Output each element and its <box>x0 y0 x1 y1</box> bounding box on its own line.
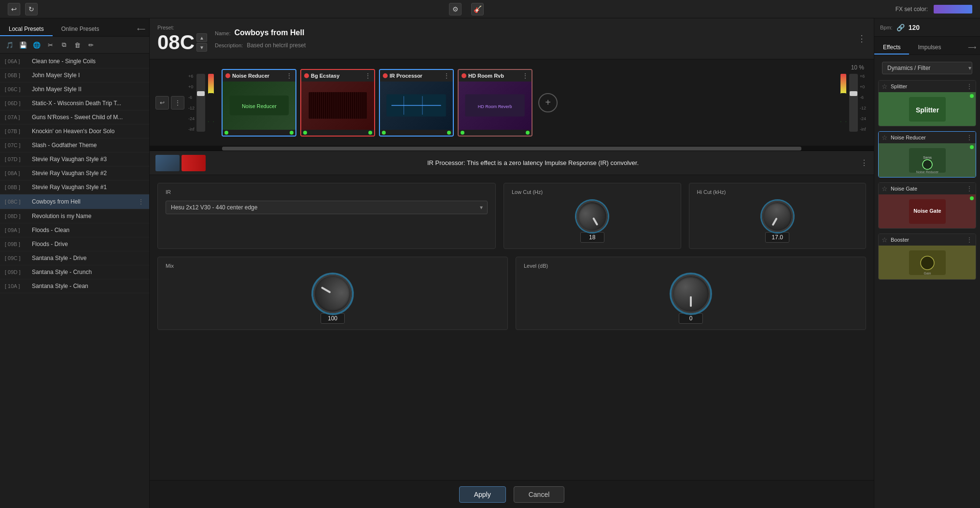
list-item-name: Santana Style - Crunch <box>32 269 144 275</box>
tab-impulses[interactable]: Impulses <box>909 41 950 55</box>
list-item-id: [ 06B ] <box>5 72 28 78</box>
fader-track-right[interactable] <box>849 74 858 132</box>
sidebar-collapse-btn[interactable]: ⟵ <box>133 22 149 36</box>
list-item-09b[interactable]: [ 09B ] Floods - Drive <box>0 237 149 251</box>
fader-thumb-right[interactable] <box>850 91 857 96</box>
list-item-id: [ 09A ] <box>5 227 28 233</box>
filter-dropdown[interactable]: Dynamics / Filter <box>882 62 972 74</box>
list-item-09c[interactable]: [ 09C ] Santana Style - Drive <box>0 251 149 265</box>
svg-point-17 <box>921 256 934 270</box>
fader-thumb-left[interactable] <box>197 91 205 96</box>
fx-node-noise-reducer[interactable]: Noise Reducer ⋮ Noise Reducer <box>222 69 296 137</box>
fx-connector-out-bg-ecstasy[interactable] <box>368 131 372 135</box>
fx-node-bg-ecstasy[interactable]: Bg Ecstasy ⋮ <box>300 69 375 137</box>
add-fx-btn[interactable]: + <box>538 93 558 112</box>
preset-tool-5[interactable]: ⧉ <box>58 39 70 51</box>
star-splitter[interactable]: ☆ <box>882 82 888 90</box>
fx-connector-out-noise-reducer[interactable] <box>290 131 294 135</box>
cancel-button[interactable]: Cancel <box>514 486 565 503</box>
splitter-menu[interactable]: ⋮ <box>966 82 973 90</box>
list-item-08d[interactable]: [ 08D ] Revolution is my Name <box>0 209 149 223</box>
booster-menu[interactable]: ⋮ <box>966 236 973 244</box>
fx-node-menu-hd-room-rvb[interactable]: ⋮ <box>522 72 529 80</box>
effect-card-booster[interactable]: ☆ Booster ⋮ Gain <box>878 233 976 280</box>
list-item-08a[interactable]: [ 08A ] Stevie Ray Vaughan Style #2 <box>0 166 149 180</box>
list-item-name: Cowboys from Hell <box>32 198 134 205</box>
level-knob[interactable] <box>672 275 710 313</box>
tool-icon[interactable]: ⚙ <box>449 3 462 15</box>
mix-knob[interactable] <box>306 267 359 320</box>
list-item-06c[interactable]: [ 06C ] John Mayer Style II <box>0 82 149 96</box>
list-item-07d[interactable]: [ 07D ] Stevie Ray Vaughan Style #3 <box>0 152 149 166</box>
preset-up-arrow[interactable]: ▲ <box>196 33 207 42</box>
list-item-10a[interactable]: [ 10A ] Santana Style - Clean <box>0 279 149 293</box>
fader-track-left[interactable] <box>196 74 205 132</box>
list-item-name: Guns N'Roses - Sweet Child of M... <box>32 114 144 121</box>
right-sidebar-collapse-btn[interactable]: ⟶ <box>964 40 980 55</box>
guitar-icon[interactable]: 🎸 <box>471 3 484 15</box>
forward-btn[interactable]: ↻ <box>25 3 38 15</box>
fx-connector-out-hd-room-rvb[interactable] <box>526 131 530 135</box>
splitter-enabled-dot <box>970 94 974 98</box>
chain-undo-btn[interactable]: ↩ <box>155 96 169 110</box>
tab-effects[interactable]: Effects <box>874 41 909 55</box>
effect-editor-menu-btn[interactable]: ⋮ <box>860 158 868 167</box>
tab-local-presets[interactable]: Local Presets <box>0 23 53 36</box>
list-item-09a[interactable]: [ 09A ] Floods - Clean <box>0 223 149 237</box>
noise-gate-menu[interactable]: ⋮ <box>966 185 973 192</box>
fx-node-hd-room-rvb[interactable]: HD Room Rvb ⋮ HD Room Reverb <box>458 69 532 137</box>
effect-card-noise-reducer[interactable]: ☆ Noise Reducer ⋮ Sens Noise Reducer <box>878 131 976 178</box>
preset-tool-4[interactable]: ✂ <box>44 39 56 51</box>
preset-menu-btn[interactable]: ⋮ <box>857 33 866 44</box>
chain-menu-btn[interactable]: ⋮ <box>171 96 184 110</box>
list-item-06b[interactable]: [ 06B ] John Mayer Style I <box>0 69 149 82</box>
list-item-08b[interactable]: [ 08B ] Stevie Ray Vaughan Style #1 <box>0 180 149 194</box>
preset-tool-6[interactable]: 🗑 <box>71 39 83 51</box>
list-item-07b[interactable]: [ 07B ] Knockin' on Heaven's Door Solo <box>0 124 149 138</box>
star-noise-gate[interactable]: ☆ <box>882 185 888 192</box>
list-item-09d[interactable]: [ 09D ] Santana Style - Crunch <box>0 265 149 279</box>
preset-down-arrow[interactable]: ▼ <box>196 43 207 52</box>
tab-online-presets[interactable]: Online Presets <box>53 23 108 36</box>
hi-cut-knob[interactable] <box>756 195 799 238</box>
preset-tool-2[interactable]: 💾 <box>17 39 29 51</box>
list-item-name: Stevie Ray Vaughan Style #1 <box>32 184 144 191</box>
fx-connector-in-bg-ecstasy[interactable] <box>303 131 307 135</box>
fx-node-menu-noise-reducer[interactable]: ⋮ <box>286 72 293 80</box>
apply-button[interactable]: Apply <box>459 486 506 503</box>
low-cut-knob[interactable] <box>571 195 614 238</box>
preset-tool-3[interactable]: 🌐 <box>31 39 42 51</box>
list-item-07c[interactable]: [ 07C ] Slash - Godfather Theme <box>0 138 149 152</box>
fx-connector-in-hd-room-rvb[interactable] <box>461 131 464 135</box>
list-item-06d[interactable]: [ 06D ] Static-X - Wisconsin Death Trip … <box>0 96 149 110</box>
db-labels-right: +6 +0 -6 -12 -24 -inf <box>860 74 866 132</box>
ir-select[interactable]: Hesu 2x12 V30 - 440 center edge <box>166 201 488 214</box>
bpm-link-icon[interactable]: 🔗 <box>896 24 905 31</box>
sidebar-tabs: Local Presets Online Presets ⟵ <box>0 18 149 37</box>
fx-connector-in-ir-processor[interactable] <box>382 131 386 135</box>
list-item-menu[interactable]: ⋮ <box>138 198 144 206</box>
effect-card-noise-gate[interactable]: ☆ Noise Gate ⋮ Noise Gate <box>878 182 976 229</box>
fx-connector-out-ir-processor[interactable] <box>447 131 451 135</box>
fx-node-menu-ir-processor[interactable]: ⋮ <box>443 72 450 80</box>
chain-left-controls: ↩ ⋮ <box>155 96 184 110</box>
back-btn[interactable]: ↩ <box>8 3 20 15</box>
list-item-07a[interactable]: [ 07A ] Guns N'Roses - Sweet Child of M.… <box>0 110 149 124</box>
star-noise-reducer[interactable]: ☆ <box>882 134 888 141</box>
star-booster[interactable]: ☆ <box>882 236 888 244</box>
chain-scroll-thumb[interactable] <box>222 147 801 151</box>
fx-node-menu-bg-ecstasy[interactable]: ⋮ <box>364 72 371 80</box>
list-item-06a[interactable]: [ 06A ] Clean tone - Single Coils <box>0 55 149 69</box>
color-swatch[interactable] <box>934 5 972 14</box>
chain-scrollbar[interactable] <box>150 146 874 151</box>
fx-node-title-bg-ecstasy: Bg Ecstasy <box>311 73 363 79</box>
fx-node-ir-processor[interactable]: IR Processor ⋮ <box>379 69 454 137</box>
noise-gate-name: Noise Gate <box>891 186 966 192</box>
list-item-08c[interactable]: [ 08C ] Cowboys from Hell ⋮ <box>0 194 149 209</box>
fx-connector-in-noise-reducer[interactable] <box>224 131 228 135</box>
preset-tool-7[interactable]: ✏ <box>85 39 97 51</box>
effect-card-splitter[interactable]: ☆ Splitter ⋮ Splitter <box>878 80 976 126</box>
noise-reducer-menu[interactable]: ⋮ <box>966 134 973 141</box>
preset-info: Name: Cowboys from Hell Description: Bas… <box>215 28 850 49</box>
preset-tool-1[interactable]: 🎵 <box>4 39 15 51</box>
